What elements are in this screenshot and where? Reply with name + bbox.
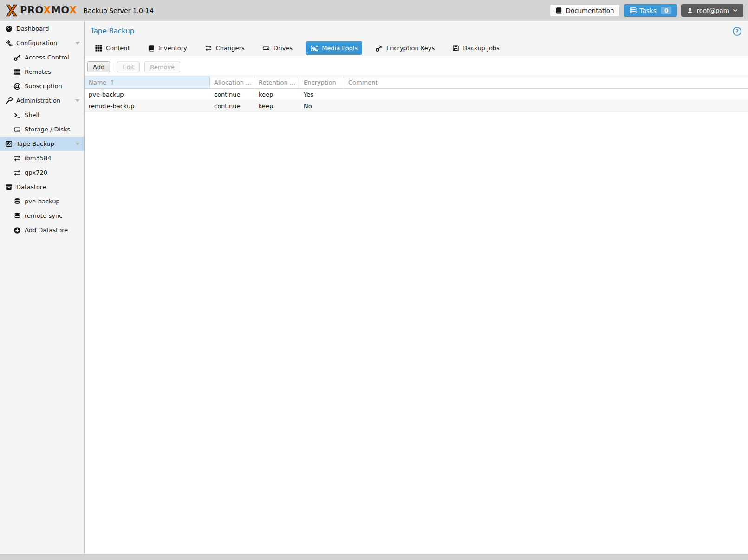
column-header-label: Allocation ... bbox=[214, 79, 252, 86]
plus-circle-icon bbox=[13, 227, 21, 234]
collapse-caret-icon[interactable] bbox=[75, 99, 80, 102]
archive-icon bbox=[5, 183, 13, 191]
sidebar-item-configuration[interactable]: Configuration bbox=[0, 36, 84, 50]
exchange-icon bbox=[205, 45, 212, 52]
tab-drives[interactable]: Drives bbox=[258, 41, 297, 55]
task-list-icon bbox=[630, 7, 637, 14]
proxmox-wordmark: PROXMOX bbox=[20, 6, 77, 15]
column-header-comment[interactable]: Comment bbox=[344, 76, 748, 88]
logo-segment: X bbox=[43, 5, 51, 16]
help-icon[interactable]: ? bbox=[733, 27, 741, 36]
chevron-down-icon bbox=[733, 8, 738, 13]
terminal-icon bbox=[13, 111, 21, 119]
table-row[interactable]: pve-backupcontinuekeepYes bbox=[85, 89, 748, 100]
proxmox-backup-server-app: { "topbar": { "logo_segments": [ { "text… bbox=[0, 0, 748, 560]
page-title: Tape Backup bbox=[91, 27, 134, 35]
product-version-title: Backup Server 1.0-14 bbox=[84, 7, 154, 14]
sidebar-item-label: Access Control bbox=[25, 54, 69, 61]
topbar: PROXMOX Backup Server 1.0-14 Documentati… bbox=[0, 0, 748, 21]
column-header-allocation[interactable]: Allocation ... bbox=[210, 76, 254, 88]
tasks-button[interactable]: Tasks 0 bbox=[624, 4, 677, 17]
sidebar-item-label: qpx720 bbox=[25, 169, 47, 176]
sidebar-item-storage-disks[interactable]: Storage / Disks bbox=[0, 122, 84, 137]
sort-up-icon: ↑ bbox=[110, 79, 115, 86]
tab-content[interactable]: Content bbox=[91, 41, 135, 55]
sidebar-item-ibm3584[interactable]: ibm3584 bbox=[0, 151, 84, 165]
sidebar-item-add-datastore[interactable]: Add Datastore bbox=[0, 223, 84, 237]
main-panel: Tape Backup ? ContentInventoryChangersDr… bbox=[85, 21, 748, 554]
tape-icon bbox=[5, 140, 13, 148]
sidebar-item-label: ibm3584 bbox=[25, 155, 52, 162]
floppy-icon bbox=[452, 45, 459, 52]
edit-button[interactable]: Edit bbox=[117, 61, 140, 72]
collapse-caret-icon[interactable] bbox=[75, 143, 80, 145]
cell-name: remote-backup bbox=[85, 103, 210, 110]
column-header-encryption[interactable]: Encryption bbox=[299, 76, 344, 88]
grid-icon bbox=[95, 45, 102, 52]
cell-allocation: continue bbox=[210, 103, 254, 110]
table-row[interactable]: remote-backupcontinuekeepNo bbox=[85, 100, 748, 112]
documentation-button[interactable]: Documentation bbox=[550, 4, 619, 17]
logo-segment: MO bbox=[51, 5, 69, 16]
media-pools-content: Add Edit Remove Name↑Allocation ...Reten… bbox=[85, 58, 748, 554]
sidebar-item-label: Add Datastore bbox=[25, 227, 68, 234]
cell-retention: keep bbox=[254, 91, 299, 98]
remotes-icon bbox=[13, 68, 21, 76]
sidebar-item-datastore[interactable]: Datastore bbox=[0, 180, 84, 194]
sidebar-item-label: remote-sync bbox=[25, 212, 62, 219]
sidebar-item-shell[interactable]: Shell bbox=[0, 108, 84, 122]
tab-label: Encryption Keys bbox=[386, 45, 435, 52]
tab-encryption-keys[interactable]: Encryption Keys bbox=[371, 41, 439, 55]
sidebar-item-label: Datastore bbox=[16, 183, 46, 190]
cell-retention: keep bbox=[254, 103, 299, 110]
database-icon bbox=[13, 212, 21, 220]
sidebar-item-subscription[interactable]: Subscription bbox=[0, 79, 84, 93]
collapse-caret-icon[interactable] bbox=[75, 42, 80, 45]
tasks-label: Tasks bbox=[640, 7, 657, 14]
tab-changers[interactable]: Changers bbox=[200, 41, 249, 55]
column-header-name[interactable]: Name↑ bbox=[85, 76, 210, 88]
tab-label: Media Pools bbox=[322, 45, 358, 52]
user-icon bbox=[687, 7, 693, 14]
book-icon bbox=[148, 45, 155, 52]
sidebar-item-dashboard[interactable]: Dashboard bbox=[0, 21, 84, 36]
user-menu-button[interactable]: root@pam bbox=[681, 4, 743, 17]
user-label: root@pam bbox=[696, 7, 729, 14]
life-ring-icon bbox=[13, 83, 21, 90]
sidebar-item-administration[interactable]: Administration bbox=[0, 93, 84, 108]
sidebar: DashboardConfigurationAccess ControlRemo… bbox=[0, 21, 85, 554]
sidebar-item-remotes[interactable]: Remotes bbox=[0, 65, 84, 79]
cell-name: pve-backup bbox=[85, 91, 210, 98]
sidebar-item-tape-backup[interactable]: Tape Backup bbox=[0, 137, 84, 151]
sidebar-item-remote-sync[interactable]: remote-sync bbox=[0, 208, 84, 223]
tab-label: Drives bbox=[273, 45, 293, 52]
table-body: pve-backupcontinuekeepYesremote-backupco… bbox=[85, 89, 748, 112]
sidebar-item-pve-backup[interactable]: pve-backup bbox=[0, 194, 84, 208]
sidebar-item-qpx720[interactable]: qpx720 bbox=[0, 165, 84, 180]
key-icon bbox=[375, 45, 383, 52]
sidebar-item-label: Tape Backup bbox=[16, 140, 54, 147]
table-header: Name↑Allocation ...Retention ...Encrypti… bbox=[85, 76, 748, 89]
remove-button[interactable]: Remove bbox=[144, 61, 180, 72]
column-header-label: Name bbox=[89, 79, 106, 86]
proxmox-logo: PROXMOX bbox=[5, 4, 77, 17]
tab-media-pools[interactable]: Media Pools bbox=[306, 41, 362, 55]
tab-inventory[interactable]: Inventory bbox=[143, 41, 192, 55]
tasks-count-badge: 0 bbox=[661, 7, 672, 14]
toolbar-separator bbox=[115, 63, 115, 71]
logo-segment: X bbox=[69, 5, 77, 16]
exchange-icon bbox=[13, 169, 21, 176]
drive-icon bbox=[262, 45, 270, 52]
add-button[interactable]: Add bbox=[87, 61, 110, 72]
key-icon bbox=[13, 54, 21, 61]
object-group-icon bbox=[310, 45, 318, 52]
tab-backup-jobs[interactable]: Backup Jobs bbox=[448, 41, 504, 55]
column-header-label: Retention ... bbox=[259, 79, 295, 86]
sidebar-item-label: Storage / Disks bbox=[25, 126, 70, 133]
database-icon bbox=[13, 198, 21, 205]
tab-label: Inventory bbox=[158, 45, 187, 52]
sidebar-item-access-control[interactable]: Access Control bbox=[0, 50, 84, 65]
column-header-retention[interactable]: Retention ... bbox=[254, 76, 299, 88]
proxmox-x-icon bbox=[5, 4, 19, 17]
column-header-label: Comment bbox=[348, 79, 378, 86]
